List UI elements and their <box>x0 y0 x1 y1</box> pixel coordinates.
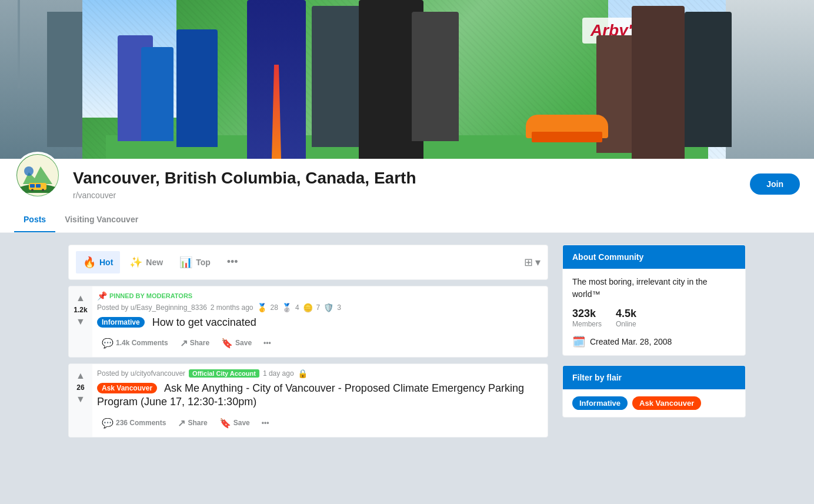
comments-button-1[interactable]: 💬 1.4k Comments <box>97 334 173 352</box>
post-card-ama: ▲ 26 ▼ Posted by u/cityofvancouver Offic… <box>68 363 548 438</box>
award-silver-icon: 🥈 <box>282 303 292 312</box>
award-coin-icon: 🪙 <box>303 303 313 312</box>
upvote-button-2[interactable]: ▲ <box>74 369 88 383</box>
more-options-button-2[interactable]: ••• <box>257 415 274 430</box>
subreddit-title: Vancouver, British Columbia, Canada, Ear… <box>73 168 738 188</box>
tab-visiting[interactable]: Visiting Vancouver <box>55 208 148 232</box>
post-content-1: 📌 PINNED BY MODERATORS Posted by u/Easy_… <box>92 286 548 357</box>
community-description: The most boring, irrelevant city in the … <box>572 276 736 301</box>
profile-header-top: Vancouver, British Columbia, Canada, Ear… <box>14 159 800 207</box>
filter-flair-card: Filter by flair Informative Ask Vancouve… <box>562 365 746 418</box>
post-title-text-2: Ask Me Anything - City of Vancouver - Pr… <box>97 382 524 408</box>
calendar-icon: 🗓️ <box>572 335 585 348</box>
post-title-2[interactable]: Ask Vancouver Ask Me Anything - City of … <box>97 382 543 409</box>
post-time-1: 2 months ago <box>211 303 253 312</box>
about-community-card: About Community The most boring, irrelev… <box>562 245 746 356</box>
save-label-2: Save <box>233 419 250 427</box>
award-count-4: 3 <box>337 303 341 312</box>
profile-header: Vancouver, British Columbia, Canada, Ear… <box>0 159 814 233</box>
comment-icon: 💬 <box>102 338 114 349</box>
sort-bar: 🔥 Hot ✨ New 📊 Top ••• ⊞ ▾ <box>68 245 548 280</box>
sort-more-button[interactable]: ••• <box>222 251 243 273</box>
join-button[interactable]: Join <box>750 173 800 195</box>
post-actions-1: 💬 1.4k Comments ↗ Share 🔖 Save ••• <box>97 334 543 352</box>
members-count: 323k <box>572 308 602 320</box>
vote-count-1: 1.2k <box>74 306 87 313</box>
view-icon: ⊞ <box>524 256 533 269</box>
post-card-pinned: ▲ 1.2k ▼ 📌 PINNED BY MODERATORS Posted b… <box>68 286 548 358</box>
comment-count-2: 236 Comments <box>116 419 166 427</box>
sort-top-button[interactable]: 📊 Top <box>172 251 218 273</box>
save-button-1[interactable]: 🔖 Save <box>216 334 256 352</box>
award-badge-icon: 🛡️ <box>323 303 333 312</box>
subreddit-info: Vancouver, British Columbia, Canada, Ear… <box>73 168 738 200</box>
pin-icon: 📌 <box>97 291 107 301</box>
community-created: 🗓️ Created Mar. 28, 2008 <box>572 335 736 348</box>
new-icon: ✨ <box>129 256 142 269</box>
share-label-2: Share <box>188 419 207 427</box>
official-badge: Official City Account <box>189 369 259 378</box>
svg-point-1 <box>24 166 34 176</box>
post-title-text-1: How to get vaccinated <box>152 316 256 328</box>
sort-hot-label: Hot <box>99 258 113 267</box>
vote-count-2: 26 <box>76 384 84 391</box>
share-icon: ↗ <box>180 338 188 349</box>
view-toggle-button[interactable]: ⊞ ▾ <box>524 256 541 269</box>
bookmark-icon: 🔖 <box>221 338 233 349</box>
tab-posts[interactable]: Posts <box>14 208 55 232</box>
subreddit-name: r/vancouver <box>73 191 738 200</box>
community-stats: 323k Members 4.5k Online <box>572 308 736 328</box>
sort-hot-button[interactable]: 🔥 Hot <box>76 251 120 273</box>
post-author-1: Posted by u/Easy_Beginning_8336 <box>97 303 207 312</box>
upvote-button-1[interactable]: ▲ <box>74 291 88 305</box>
award-count-3: 7 <box>316 303 321 312</box>
online-label: Online <box>616 320 636 328</box>
subreddit-avatar <box>14 152 61 199</box>
post-time-2: 1 day ago <box>263 369 294 378</box>
downvote-button-2[interactable]: ▼ <box>74 392 88 406</box>
sort-new-label: New <box>146 258 163 267</box>
post-flair-label-2: Ask Vancouver <box>97 383 157 393</box>
sort-top-label: Top <box>196 258 211 267</box>
more-options-button-1[interactable]: ••• <box>259 335 276 351</box>
award-count-2: 4 <box>295 303 299 312</box>
online-count: 4.5k <box>616 308 636 320</box>
svg-rect-4 <box>36 184 41 188</box>
main-layout: 🔥 Hot ✨ New 📊 Top ••• ⊞ ▾ ▲ 1.2k ▼ <box>54 245 760 443</box>
share-button-1[interactable]: ↗ Share <box>175 334 214 352</box>
post-actions-2: 💬 236 Comments ↗ Share 🔖 Save ••• <box>97 414 543 432</box>
lock-icon: 🔒 <box>298 369 308 378</box>
comments-button-2[interactable]: 💬 236 Comments <box>97 414 171 432</box>
post-content-2: Posted by u/cityofvancouver Official Cit… <box>92 364 548 437</box>
comment-count-1: 1.4k Comments <box>116 339 168 347</box>
flair-filter-list: Informative Ask Vancouver <box>563 389 745 417</box>
top-icon: 📊 <box>179 256 192 269</box>
svg-rect-3 <box>30 184 35 188</box>
downvote-button-1[interactable]: ▼ <box>74 315 88 329</box>
award-gold-icon: 🥇 <box>257 303 267 312</box>
award-count-1: 28 <box>271 303 278 312</box>
pinned-badge: 📌 PINNED BY MODERATORS <box>97 291 543 301</box>
profile-tabs: Posts Visiting Vancouver <box>14 207 800 232</box>
flair-filter-ask-vancouver[interactable]: Ask Vancouver <box>632 396 701 410</box>
vote-column-2: ▲ 26 ▼ <box>69 364 92 437</box>
comment-icon-2: 💬 <box>102 418 114 429</box>
about-community-header: About Community <box>563 245 745 269</box>
post-flair-label-1: Informative <box>97 317 145 328</box>
chevron-down-icon: ▾ <box>535 256 541 269</box>
members-stat: 323k Members <box>572 308 602 328</box>
filter-flair-header: Filter by flair <box>563 366 745 389</box>
post-meta-1: Posted by u/Easy_Beginning_8336 2 months… <box>97 303 543 312</box>
share-label-1: Share <box>190 339 209 347</box>
flair-filter-informative[interactable]: Informative <box>572 396 628 410</box>
save-button-2[interactable]: 🔖 Save <box>215 414 255 432</box>
post-author-2: Posted by u/cityofvancouver <box>97 369 185 378</box>
created-label: Created Mar. 28, 2008 <box>590 337 672 346</box>
vote-column-1: ▲ 1.2k ▼ <box>69 286 92 357</box>
sort-new-button[interactable]: ✨ New <box>122 251 170 273</box>
post-title-1[interactable]: Informative How to get vaccinated <box>97 316 543 329</box>
feed-column: 🔥 Hot ✨ New 📊 Top ••• ⊞ ▾ ▲ 1.2k ▼ <box>68 245 548 443</box>
about-community-body: The most boring, irrelevant city in the … <box>563 269 745 355</box>
share-button-2[interactable]: ↗ Share <box>173 414 212 432</box>
pinned-label: PINNED BY MODERATORS <box>109 292 192 299</box>
